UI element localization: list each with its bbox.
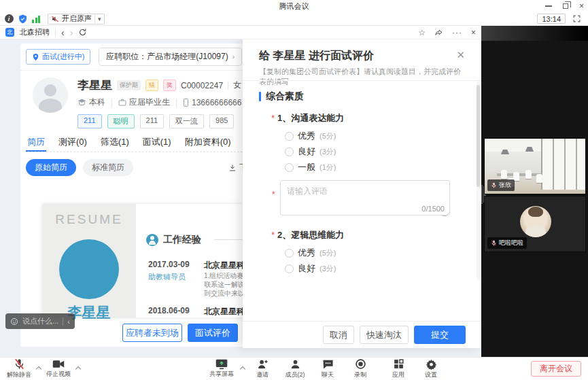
- network-signal-icon[interactable]: [31, 14, 41, 24]
- chat-input-bubble[interactable]: 说点什么... ‹: [5, 313, 75, 329]
- app-browser-bar: 北 北森招聘 ‹ › ☆ ··· ×: [0, 26, 481, 39]
- chat-collapse-icon[interactable]: ‹: [67, 317, 70, 326]
- voice-dropdown-icon[interactable]: ▾: [98, 16, 101, 22]
- share-icon[interactable]: [434, 29, 443, 37]
- candidate-education: 本科: [89, 97, 105, 108]
- camera-icon: [52, 359, 65, 369]
- apps-grid-icon: [393, 358, 404, 370]
- radio-option[interactable]: 优秀 (5分): [285, 131, 336, 141]
- person-icon: [290, 358, 301, 370]
- cancel-button[interactable]: 取消: [323, 326, 354, 344]
- close-app-icon[interactable]: ×: [471, 28, 476, 37]
- muted-mic-icon: [491, 182, 497, 188]
- yellow-badge: 猎: [145, 80, 158, 91]
- share-options-icon[interactable]: [240, 366, 245, 371]
- apps-button[interactable]: 应用: [382, 358, 415, 380]
- radio-icon[interactable]: [285, 163, 294, 172]
- radio-option[interactable]: 一般 (1分): [285, 279, 336, 280]
- radio-option[interactable]: 优秀 (5分): [285, 248, 336, 258]
- candidate-tab[interactable]: 筛选(1): [99, 135, 131, 152]
- chat-button[interactable]: 聊天: [311, 358, 344, 380]
- favorite-star-icon[interactable]: ☆: [418, 28, 426, 37]
- question-2-label: 2、逻辑思维能力: [271, 229, 344, 241]
- job-position-selector[interactable]: 应聘职位：产品市场经理(J10097)›: [99, 48, 242, 66]
- record-button[interactable]: 录制: [344, 358, 377, 380]
- share-screen-icon: [215, 359, 228, 369]
- original-voice-label: 开启原声: [62, 14, 92, 24]
- radio-icon[interactable]: [285, 280, 294, 281]
- candidate-absent-button[interactable]: 应聘者未到场: [122, 324, 182, 342]
- back-icon[interactable]: ‹: [61, 29, 65, 37]
- security-shield-icon[interactable]: [18, 14, 27, 24]
- leave-meeting-button[interactable]: 离开会议: [531, 361, 581, 377]
- question-1-options: 优秀 (5分) 良好 (3分) 一般 (1分): [285, 131, 336, 172]
- radio-icon[interactable]: [285, 249, 294, 258]
- interview-evaluate-button[interactable]: 面试评价: [188, 324, 238, 342]
- radio-icon[interactable]: [285, 264, 294, 273]
- candidate-tab[interactable]: 附加资料(0): [184, 135, 232, 152]
- restore-icon[interactable]: [563, 3, 568, 9]
- resume-sidebar: RESUME 李星星: [42, 204, 136, 317]
- dialog-close-icon[interactable]: ✕: [456, 49, 465, 61]
- radio-option[interactable]: 一般 (1分): [285, 162, 336, 172]
- meeting-time: 13:14: [537, 14, 566, 24]
- video-panel: › 张欣 吧啦吧啦: [481, 26, 588, 357]
- chat-placeholder: 说点什么...: [22, 316, 58, 326]
- window-title: 腾讯会议: [279, 1, 309, 12]
- more-options-icon[interactable]: ···: [452, 28, 462, 37]
- phone-icon: [183, 99, 189, 107]
- section-title: 综合素质: [266, 90, 304, 103]
- radio-option[interactable]: 良好 (3分): [285, 147, 336, 156]
- candidate-tab[interactable]: 测评(0): [57, 135, 88, 152]
- app-name: 北森招聘: [20, 27, 50, 37]
- education-icon: [77, 99, 86, 106]
- share-screen-button[interactable]: 共享屏幕: [204, 358, 239, 380]
- invite-button[interactable]: 邀请: [246, 358, 279, 380]
- stop-video-button[interactable]: 停止视频: [42, 358, 75, 380]
- resume-type-original[interactable]: 原始简历: [26, 159, 76, 176]
- dialog-scrollbar-thumb[interactable]: [477, 85, 480, 187]
- evaluation-dialog: 给 李星星 进行面试评价 ✕ 【复制的集团公司面试评价表】请认真阅读题目，并完成…: [243, 39, 481, 348]
- participant-nametag: 吧啦吧啦: [487, 237, 527, 249]
- meeting-info-icon[interactable]: i: [4, 14, 14, 24]
- stage-badge[interactable]: 面试(进行中): [26, 49, 90, 65]
- candidate-avatar: [33, 77, 68, 113]
- close-window-icon[interactable]: ×: [579, 3, 584, 10]
- candidate-tab[interactable]: 面试(1): [141, 135, 173, 152]
- settings-button[interactable]: 设置: [415, 358, 447, 380]
- camera-options-icon[interactable]: [75, 366, 81, 371]
- candidate-id: C00002247: [181, 81, 223, 90]
- radio-icon[interactable]: [285, 148, 294, 156]
- participant-video[interactable]: 张欣: [484, 138, 586, 194]
- minimize-icon[interactable]: [545, 5, 552, 7]
- mic-options-icon[interactable]: [36, 366, 41, 371]
- candidate-tag: 双一流: [169, 114, 204, 128]
- candidate-tags: 211聪明211双一流985: [77, 114, 234, 128]
- resume-type-standard[interactable]: 标准简历: [83, 159, 133, 176]
- forward-icon[interactable]: ›: [70, 29, 73, 37]
- candidate-phone: 13666666666: [192, 98, 241, 107]
- participant-video[interactable]: 吧啦吧啦: [484, 196, 586, 252]
- radio-option[interactable]: 良好 (3分): [285, 264, 336, 273]
- resume-entry-period: 2018.06-09: [148, 306, 190, 315]
- work-experience-icon: [146, 234, 158, 246]
- members-button[interactable]: 成员(2): [279, 358, 311, 380]
- candidate-tag: 985: [209, 114, 234, 128]
- record-icon: [355, 358, 366, 370]
- window-titlebar: 腾讯会议 ×: [0, 0, 588, 12]
- pink-badge: 奖: [163, 80, 176, 91]
- resume-entry-period: 2017.03-09: [148, 260, 190, 269]
- unmute-button[interactable]: 解除静音: [3, 358, 35, 380]
- char-counter: 0/1500: [421, 205, 445, 213]
- candidate-tag: 聪明: [107, 114, 135, 128]
- evaluation-form: 综合素质 1、沟通表达能力 优秀 (5分) 良好 (3分): [243, 81, 481, 280]
- fullscreen-icon[interactable]: [572, 14, 581, 23]
- quick-reject-button[interactable]: 快速淘汰: [360, 326, 409, 344]
- candidate-tab[interactable]: 简历: [26, 135, 46, 152]
- resume-watermark: RESUME: [42, 212, 136, 227]
- submit-button[interactable]: 提交: [414, 326, 466, 344]
- resume-section-title: 工作经验: [163, 234, 201, 246]
- radio-icon[interactable]: [285, 132, 294, 141]
- refresh-icon[interactable]: [78, 28, 87, 37]
- original-voice-button[interactable]: 开启原声 ▾: [48, 14, 105, 24]
